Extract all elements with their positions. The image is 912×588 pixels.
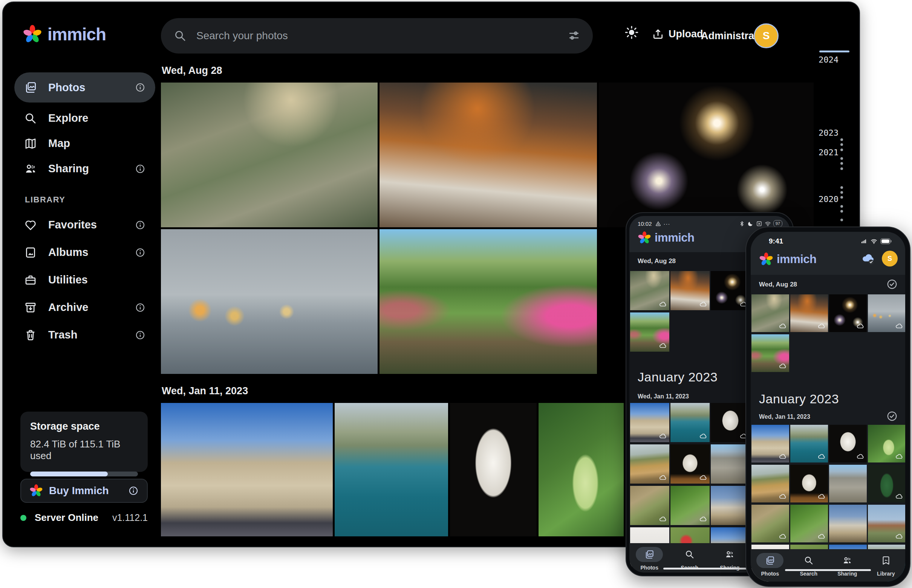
home-indicator[interactable]: [663, 568, 756, 570]
photo-plant[interactable]: [539, 403, 624, 536]
photo-tile-bust[interactable]: [711, 403, 750, 442]
scrubber-month-dot: [840, 167, 843, 170]
photo-monkeys[interactable]: [161, 82, 378, 227]
battery-percent: 97: [773, 220, 782, 227]
nav-item-sharing[interactable]: Sharing: [712, 547, 748, 571]
photo-tile-lizard1[interactable]: [630, 486, 669, 525]
photo-tile-sculpt[interactable]: [790, 465, 828, 502]
upload-button[interactable]: Upload: [652, 28, 703, 40]
scrubber-year-2020[interactable]: 2020: [818, 194, 847, 204]
info-icon[interactable]: [128, 485, 139, 496]
sidebar-item-explore[interactable]: Explore: [15, 105, 155, 131]
photo-tile-park[interactable]: [630, 312, 669, 352]
select-all-check-icon[interactable]: [886, 410, 897, 422]
photo-tile-tree[interactable]: [868, 465, 905, 502]
upload-icon: [652, 28, 664, 40]
sidebar-item-label: Trash: [48, 329, 135, 341]
notification-dots: ···: [663, 221, 670, 227]
sidebar-item-sharing[interactable]: Sharing: [15, 156, 155, 181]
photo-tile-dinner[interactable]: [670, 271, 710, 310]
month-header: January 2023: [638, 370, 718, 384]
search-placeholder: Search your photos: [196, 30, 568, 42]
photo-tile-fortress[interactable]: [630, 403, 669, 442]
info-icon[interactable]: [135, 302, 145, 313]
app-wordmark: immich: [655, 231, 694, 245]
photo-tile-park[interactable]: [751, 334, 789, 372]
photo-park[interactable]: [379, 229, 597, 374]
photo-fortress[interactable]: [161, 403, 333, 536]
sidebar-item-trash[interactable]: Trash: [15, 322, 155, 347]
info-icon[interactable]: [135, 163, 145, 174]
search-bar[interactable]: Search your photos: [161, 18, 593, 53]
nav-item-search[interactable]: Search: [791, 553, 827, 577]
photo-tile-wall[interactable]: [711, 444, 750, 484]
user-avatar[interactable]: S: [882, 250, 897, 267]
photo-tile-bust[interactable]: [829, 425, 867, 462]
nav-item-library[interactable]: Library: [868, 553, 904, 577]
info-icon[interactable]: [135, 330, 145, 340]
scrubber-year-2024[interactable]: 2024: [818, 55, 847, 65]
search-filter-icon[interactable]: [568, 30, 580, 42]
scrubber-year-2023[interactable]: 2023: [818, 128, 847, 137]
cloud-sync-icon[interactable]: [861, 251, 876, 266]
photo-tile-fireworks[interactable]: [711, 271, 750, 310]
info-icon[interactable]: [135, 247, 145, 258]
cloud-backup-icon: [779, 452, 787, 460]
nav-label: Photos: [761, 571, 779, 577]
photo-fireworks[interactable]: [599, 82, 814, 227]
buy-immich-button[interactable]: Buy Immich: [20, 479, 148, 503]
app-logo[interactable]: immich: [23, 24, 106, 44]
photo-tile-lizard2[interactable]: [790, 505, 828, 543]
photo-tile-hands[interactable]: [868, 294, 905, 332]
nav-icon-pill: [716, 547, 743, 562]
info-icon[interactable]: [135, 220, 145, 230]
photo-tile-coast[interactable]: [670, 403, 710, 442]
sidebar-item-photos[interactable]: Photos: [15, 73, 155, 103]
nav-item-sharing[interactable]: Sharing: [829, 553, 865, 577]
scrubber-month-dot: [840, 143, 843, 146]
server-version: v1.112.1: [112, 512, 148, 523]
photo-tile-lizard2[interactable]: [670, 486, 710, 525]
photo-tile-dinner[interactable]: [790, 294, 828, 332]
photo-dinner[interactable]: [379, 82, 597, 227]
photo-tile-fireworks[interactable]: [829, 294, 867, 332]
photo-tile-lizard1[interactable]: [751, 505, 789, 543]
photo-tile-wall[interactable]: [829, 465, 867, 502]
cloud-backup-icon: [856, 452, 865, 460]
info-icon[interactable]: [135, 82, 145, 93]
sidebar-item-albums[interactable]: Albums: [15, 240, 155, 265]
photo-tile-plant[interactable]: [868, 425, 905, 462]
home-indicator[interactable]: [785, 569, 871, 571]
photo-tile-beach[interactable]: [751, 465, 789, 502]
sidebar-item-archive[interactable]: Archive: [15, 295, 155, 320]
photo-tile-beach[interactable]: [630, 444, 669, 484]
date-header: Wed, Aug 28: [759, 281, 797, 288]
photo-tile-monkeys[interactable]: [751, 294, 789, 332]
photo-tile-fortress[interactable]: [751, 425, 789, 462]
photo-tile-house[interactable]: [868, 505, 905, 543]
android-status-bar: 10:02 ··· 97: [638, 219, 782, 228]
photo-tile-coast[interactable]: [790, 425, 828, 462]
nav-item-search[interactable]: Search: [671, 547, 708, 571]
nav-item-photos[interactable]: Photos: [631, 547, 667, 571]
photo-bust[interactable]: [450, 403, 537, 536]
photo-coast[interactable]: [335, 403, 448, 536]
nav-label: Photos: [641, 565, 659, 571]
photo-tile-church[interactable]: [711, 486, 750, 525]
sidebar-item-favorites[interactable]: Favorites: [15, 212, 155, 237]
nav-item-photos[interactable]: Photos: [752, 553, 788, 577]
storage-title: Storage space: [30, 421, 138, 432]
storage-progress-bar: [30, 472, 138, 477]
sidebar-item-utilities[interactable]: Utilities: [15, 267, 155, 292]
cloud-backup-icon: [699, 432, 707, 440]
select-all-check-icon[interactable]: [886, 279, 897, 290]
photo-hands[interactable]: [161, 229, 378, 374]
photo-tile-sculpt[interactable]: [670, 444, 710, 484]
photo-tile-monkeys[interactable]: [630, 271, 669, 310]
nav-label: Library: [877, 571, 895, 577]
scrubber-month-dot: [840, 196, 843, 199]
sidebar-item-map[interactable]: Map: [15, 131, 155, 156]
user-avatar[interactable]: S: [754, 23, 779, 48]
theme-toggle-button[interactable]: [624, 25, 639, 40]
photo-tile-church[interactable]: [829, 505, 867, 543]
